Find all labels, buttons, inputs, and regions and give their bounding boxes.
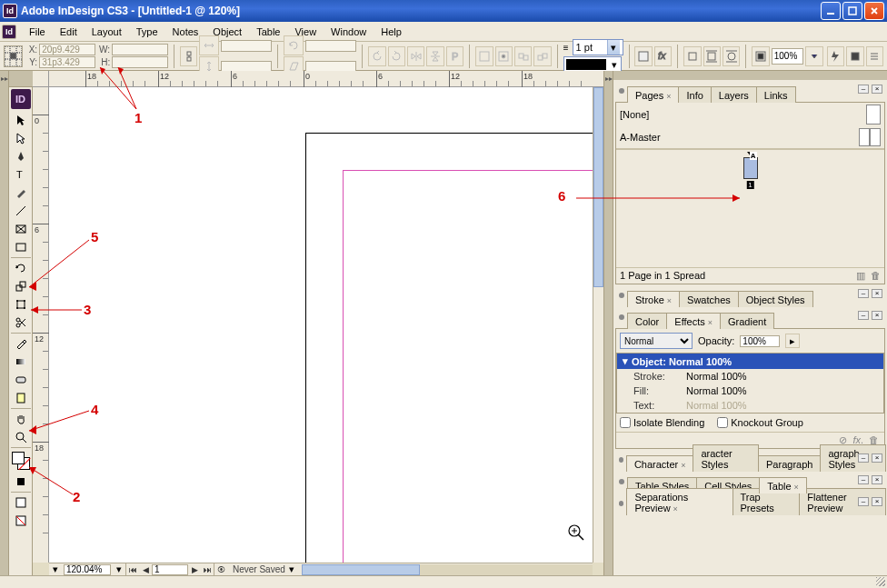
view-percent-box[interactable]: 100%	[772, 48, 804, 65]
panel-minimize[interactable]: –	[858, 311, 869, 320]
text-wrap-shape-icon[interactable]	[723, 46, 740, 66]
master-a-thumb[interactable]	[859, 128, 881, 146]
menu-help[interactable]: Help	[374, 24, 409, 40]
direct-selection-tool[interactable]	[10, 129, 32, 147]
hand-tool[interactable]	[10, 410, 32, 428]
tab-effects[interactable]: Effects×	[666, 313, 721, 329]
rotate-cw-icon[interactable]	[388, 46, 405, 66]
zoom-tool[interactable]	[10, 428, 32, 446]
maximize-button[interactable]	[842, 2, 862, 20]
menu-file[interactable]: File	[22, 24, 53, 40]
opacity-arrow[interactable]: ▸	[785, 334, 800, 348]
scissors-tool[interactable]	[10, 314, 32, 332]
tab-layers[interactable]: Layers	[711, 86, 757, 103]
tab-table[interactable]: Table×	[759, 477, 807, 493]
y-input[interactable]	[39, 56, 95, 68]
placeholder-p-icon[interactable]: P	[446, 46, 463, 66]
first-page-button[interactable]: ⏮	[126, 564, 139, 575]
tab-paragraph[interactable]: Paragraph	[758, 455, 821, 472]
status-dropdown[interactable]: ▾	[289, 563, 294, 575]
text-wrap-none-icon[interactable]	[683, 46, 701, 66]
horizontal-scrollbar[interactable]	[302, 564, 593, 575]
effects-target-object[interactable]: ▾Object: Normal 100%	[617, 354, 883, 369]
panel-close[interactable]: ×	[872, 497, 882, 506]
rotate-tool[interactable]	[10, 259, 32, 277]
tab-character-styles[interactable]: aracter Styles	[693, 444, 759, 472]
fx-icon[interactable]: fx	[654, 46, 672, 66]
delete-page-icon[interactable]: 🗑	[871, 270, 881, 282]
line-tool[interactable]	[10, 202, 32, 220]
master-a-label[interactable]: A-Master	[620, 132, 661, 143]
apply-color[interactable]	[10, 473, 32, 491]
document-canvas[interactable]	[49, 87, 593, 563]
vertical-ruler[interactable]: 061218	[33, 87, 49, 563]
master-none-label[interactable]: [None]	[620, 109, 649, 120]
menu-layout[interactable]: Layout	[85, 24, 129, 40]
panel-close[interactable]: ×	[872, 85, 882, 94]
panel-close[interactable]: ×	[872, 311, 882, 320]
zoom-out-arrow[interactable]: ▾	[49, 563, 62, 575]
tab-pages[interactable]: Pages×	[627, 86, 679, 103]
type-tool[interactable]: T	[10, 165, 32, 184]
last-page-button[interactable]: ⏭	[201, 564, 214, 575]
rotate-ccw-icon[interactable]	[368, 46, 385, 66]
pencil-tool[interactable]	[10, 184, 32, 202]
rectangle-tool[interactable]	[10, 238, 32, 256]
zoom-level-input[interactable]	[64, 564, 111, 575]
w-input[interactable]	[112, 44, 168, 55]
zoom-in-arrow[interactable]: ▾	[113, 563, 125, 575]
panel-minimize[interactable]: –	[858, 289, 869, 298]
selection-tool[interactable]	[10, 111, 32, 129]
fit-content-icon[interactable]	[752, 46, 769, 66]
rotate-icon[interactable]	[284, 35, 304, 55]
vertical-scrollbar[interactable]	[593, 87, 603, 563]
quick-apply-icon[interactable]	[827, 46, 844, 66]
menu-type[interactable]: Type	[129, 24, 165, 40]
isolate-blending-checkbox[interactable]: Isolate Blending	[620, 417, 704, 428]
select-prev-icon[interactable]	[514, 46, 532, 66]
panel-grip[interactable]	[619, 501, 623, 506]
text-wrap-bbox-icon[interactable]	[703, 46, 721, 66]
tab-swatches[interactable]: Swatches	[679, 291, 739, 307]
panel-minimize[interactable]: –	[858, 475, 869, 484]
tab-links[interactable]: Links	[756, 86, 796, 103]
rectangle-frame-tool[interactable]	[10, 220, 32, 238]
new-page-icon[interactable]: ▥	[856, 270, 865, 282]
panel-close[interactable]: ×	[872, 289, 882, 298]
panel-grip[interactable]	[619, 88, 624, 94]
tab-object-styles[interactable]: Object Styles	[738, 291, 813, 307]
ruler-origin[interactable]	[33, 71, 49, 87]
page-thumbnail-1[interactable]: A 1	[743, 157, 758, 197]
knockout-group-checkbox[interactable]: Knockout Group	[717, 417, 803, 428]
bridge-icon[interactable]	[846, 46, 863, 66]
tab-color[interactable]: Color	[627, 313, 667, 329]
x-input[interactable]	[39, 44, 95, 55]
panel-close[interactable]: ×	[872, 453, 882, 463]
opacity-input[interactable]	[740, 335, 780, 347]
fill-stroke-swatch[interactable]	[12, 452, 30, 470]
normal-view-mode[interactable]	[10, 493, 32, 512]
menu-edit[interactable]: Edit	[53, 24, 85, 40]
select-content-icon[interactable]	[495, 46, 513, 66]
panel-grip[interactable]	[619, 293, 624, 298]
stroke-weight-select[interactable]: 1 pt▾	[573, 39, 623, 55]
close-button[interactable]	[864, 2, 884, 20]
next-page-button[interactable]: ▶	[188, 564, 201, 575]
minimize-button[interactable]	[821, 2, 841, 20]
h-input[interactable]	[112, 56, 168, 68]
tab-stroke[interactable]: Stroke×	[627, 291, 680, 307]
gradient-tool[interactable]	[10, 353, 32, 371]
collapse-panels-right[interactable]: ▸▸	[603, 71, 613, 575]
preview-mode[interactable]	[10, 512, 32, 530]
horizontal-ruler[interactable]: 18126061218	[49, 71, 603, 87]
panel-minimize[interactable]: –	[858, 453, 869, 463]
select-next-icon[interactable]	[533, 46, 551, 66]
select-container-icon[interactable]	[475, 46, 493, 66]
master-none-thumb[interactable]	[866, 105, 881, 125]
scale-x-icon[interactable]	[199, 35, 219, 55]
eyedropper-tool[interactable]	[10, 334, 32, 353]
panel-close[interactable]: ×	[872, 475, 882, 484]
constrain-proportions-icon[interactable]	[180, 46, 197, 66]
effects-icon[interactable]	[634, 46, 652, 66]
effects-target-fill[interactable]: Fill:Normal 100%	[617, 384, 883, 398]
